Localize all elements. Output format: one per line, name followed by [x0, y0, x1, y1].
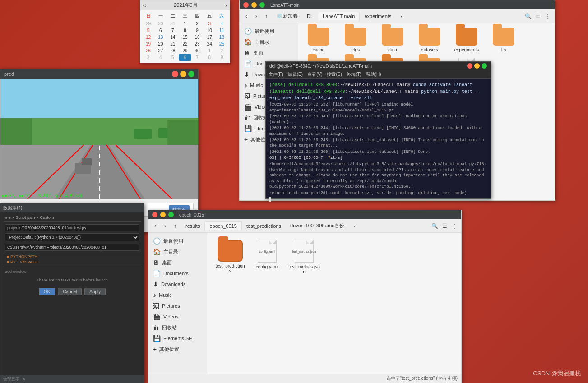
- folder-experiments[interactable]: experiments: [451, 28, 482, 52]
- terminal-max-btn[interactable]: [482, 63, 487, 69]
- tab-more2[interactable]: ›: [349, 222, 360, 230]
- tab-results[interactable]: results: [181, 222, 204, 230]
- bottom-up-btn[interactable]: ↑: [171, 222, 179, 230]
- selection-status: 选中了"test_predictions" (含有 4 项): [386, 376, 458, 381]
- menu-view[interactable]: 查看(V): [307, 71, 322, 78]
- apply-button[interactable]: Apply: [84, 288, 106, 295]
- bottom-home-label: 主目录: [163, 249, 178, 255]
- tab-driver[interactable]: driver_100_30frame各份: [286, 221, 349, 231]
- view-list-btn[interactable]: ☰: [534, 12, 542, 20]
- bottom-trash-icon: 🗑: [153, 324, 159, 331]
- bottom-sidebar-elements[interactable]: 💾 Elements SE: [148, 333, 207, 344]
- terminal-body[interactable]: (base) dell@dell-XPS-8940:~/NewDisk/DL/L…: [266, 79, 491, 205]
- cfgs-label: cfgs: [352, 47, 360, 52]
- cancel-button[interactable]: Cancel: [58, 288, 82, 295]
- data-folder-icon: [382, 28, 403, 46]
- folder-datasets[interactable]: datasets: [414, 28, 445, 52]
- menu-help[interactable]: 帮助(H): [366, 71, 381, 78]
- top-min-btn[interactable]: [251, 2, 257, 8]
- bottom-min-btn[interactable]: [160, 212, 166, 217]
- pred-title: pred: [4, 71, 14, 77]
- menu-edit[interactable]: 编辑(E): [288, 71, 303, 78]
- data-label: data: [388, 47, 397, 52]
- nav-back-btn[interactable]: ‹: [242, 12, 250, 20]
- videos-icon: 🎬: [244, 103, 252, 111]
- tab-dl[interactable]: DL: [302, 12, 318, 20]
- menu-search[interactable]: 搜索(S): [327, 71, 342, 78]
- folder-data[interactable]: data: [377, 28, 408, 52]
- pred-close-btn[interactable]: [172, 71, 178, 77]
- nav-up-btn[interactable]: ↑: [262, 12, 270, 20]
- top-close-btn[interactable]: [243, 2, 249, 8]
- terminal-min-btn[interactable]: [474, 63, 480, 69]
- top-max-btn[interactable]: [259, 2, 265, 8]
- cache-label: cache: [313, 47, 325, 52]
- tab-more[interactable]: ›: [396, 12, 407, 20]
- folder-lib[interactable]: lib: [488, 28, 519, 52]
- bottom-view-btn[interactable]: ☰: [440, 222, 449, 230]
- terminal-line-9: /home/dell/anaconda3/envs/laneatt/lib/py…: [269, 162, 487, 190]
- menu-terminal[interactable]: 终端(T): [347, 71, 361, 78]
- calendar-grid: 日 一 二 三 四 五 六 29 30 31 1 2 3 4 5 6: [140, 10, 230, 63]
- working-dir-field[interactable]: [5, 244, 139, 251]
- bottom-sidebar-home[interactable]: 🏠 主目录: [148, 246, 207, 257]
- sidebar-desktop-label: 桌面: [253, 50, 263, 56]
- bottom-close-btn[interactable]: [152, 212, 157, 217]
- calendar-prev[interactable]: <: [143, 3, 146, 8]
- experiments-label: experiments: [454, 47, 479, 52]
- menu-file[interactable]: 文件(F): [269, 71, 283, 78]
- sidebar-home-label: 主目录: [255, 39, 269, 46]
- sidebar-music-label: Music: [250, 83, 263, 88]
- cfgs-folder-icon: [345, 28, 366, 46]
- terminal-line-10: return torch.max_pool2d(input, kernel_si…: [269, 190, 487, 196]
- bottom-sidebar-documents[interactable]: 📄 Documents: [148, 268, 207, 279]
- ok-button[interactable]: OK: [39, 288, 55, 295]
- sidebar-desktop[interactable]: 🖥 桌面: [240, 47, 298, 58]
- bottom-sidebar-other[interactable]: + 其他位置: [148, 344, 207, 355]
- calendar-next[interactable]: ›: [225, 3, 227, 8]
- tab-experiments[interactable]: experiments: [360, 12, 396, 20]
- bottom-max-btn[interactable]: [168, 212, 174, 217]
- pred-min-btn[interactable]: [180, 71, 186, 77]
- project-path-field[interactable]: [5, 224, 139, 231]
- tab-laneatt-main[interactable]: LaneATT-main: [318, 12, 360, 20]
- pred-image-area: x=637, y=27) → R:202, G:214 R:226: [0, 79, 198, 199]
- bottom-sidebar-music[interactable]: ♪ Music: [148, 290, 207, 300]
- csdn-text: CSDN @我宿孤栈: [533, 370, 581, 377]
- folder-cache[interactable]: cache: [303, 28, 334, 52]
- cal-weekday-tue: 二: [167, 12, 179, 20]
- nav-forward-btn[interactable]: ›: [252, 12, 260, 20]
- pycharm-status-bar: 全部显示 ∧: [0, 375, 144, 383]
- sidebar-recent[interactable]: 🕐 最近使用: [240, 26, 298, 37]
- project-select[interactable]: Project Default (Python 3.7 (20200408)): [5, 233, 139, 241]
- terminal-titlebar: dell@dell-XPS-8940: ~/NewDisk/DL/LaneATT…: [266, 62, 491, 70]
- bottom-recent-label: 最近使用: [163, 238, 183, 245]
- bottom-forward-btn[interactable]: ›: [161, 222, 169, 230]
- sidebar-home[interactable]: 🏠 主目录: [240, 37, 298, 47]
- bottom-sidebar-recent[interactable]: 🕐 最近使用: [148, 235, 207, 246]
- bottom-back-btn[interactable]: ‹: [151, 222, 159, 230]
- calendar-window: < 2021年9月 › 日 一 二 三 四 五 六 29 30 31 1 2 3: [140, 0, 230, 63]
- tab-xinjuan[interactable]: 💿新加卷: [272, 11, 302, 21]
- bottom-sidebar-trash[interactable]: 🗑 回收站: [148, 322, 207, 333]
- file-test-metrics[interactable]: test_metrics.json test_metrics.json: [288, 240, 320, 274]
- terminal-close-btn[interactable]: [467, 63, 472, 69]
- bottom-videos-label: Videos: [163, 314, 178, 319]
- folder-cfgs[interactable]: cfgs: [340, 28, 371, 52]
- bottom-more-btn[interactable]: ⋮: [450, 222, 458, 230]
- bottom-sidebar-desktop[interactable]: 🖥 桌面: [148, 257, 207, 268]
- hide-button[interactable]: ∧: [23, 377, 26, 381]
- search-btn[interactable]: 🔍: [524, 12, 532, 20]
- bottom-sidebar-pictures[interactable]: 🖼 Pictures: [148, 300, 207, 311]
- tab-epoch0015[interactable]: epoch_0015: [204, 221, 242, 230]
- bottom-search-btn[interactable]: 🔍: [431, 222, 439, 230]
- file-config-yaml[interactable]: config.yaml config.yaml: [251, 240, 283, 274]
- pred-max-btn[interactable]: [188, 71, 194, 77]
- bottom-sidebar-downloads[interactable]: ⬇ Downloads: [148, 279, 207, 290]
- folder-test-predictions[interactable]: test_predictions: [214, 240, 246, 274]
- more-options-btn[interactable]: ⋮: [544, 12, 552, 20]
- bottom-sidebar-videos[interactable]: 🎬 Videos: [148, 311, 207, 322]
- tab-testpredictions[interactable]: test_predictions: [242, 222, 286, 230]
- test-metrics-label: test_metrics.json: [288, 264, 320, 274]
- terminal-window-controls: [467, 63, 487, 69]
